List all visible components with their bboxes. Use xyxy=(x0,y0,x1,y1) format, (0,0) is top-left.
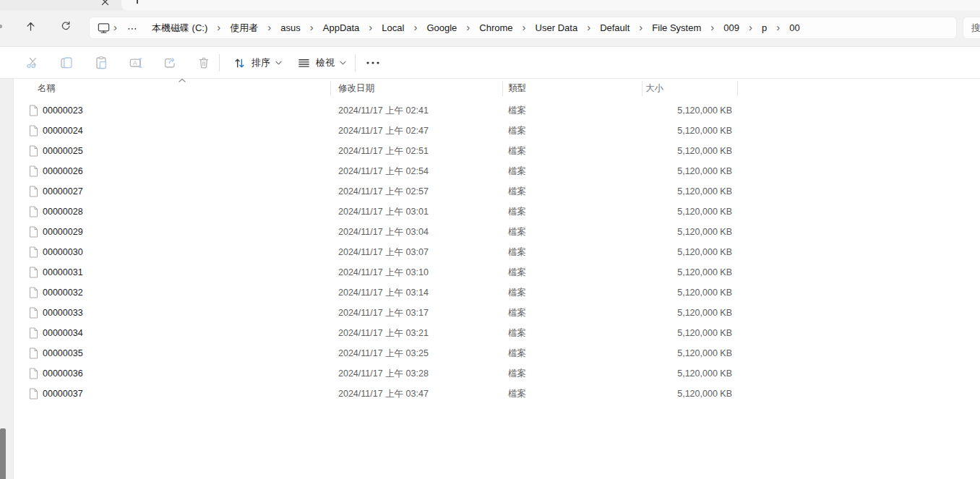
column-header-modified[interactable]: 修改日期 xyxy=(338,79,374,98)
breadcrumb-item[interactable]: 本機磁碟 (C:) xyxy=(145,20,214,37)
search-input[interactable]: 搜尋 xyxy=(963,17,980,39)
chevron-right-icon: › xyxy=(265,21,274,35)
file-row[interactable]: 00000025 2024/11/17 上午 02:51 檔案 5,120,00… xyxy=(14,141,980,161)
file-row[interactable]: 00000023 2024/11/17 上午 02:41 檔案 5,120,00… xyxy=(14,100,980,121)
paste-button[interactable] xyxy=(94,56,108,70)
column-header-type[interactable]: 類型 xyxy=(508,79,526,98)
delete-button[interactable] xyxy=(197,56,211,70)
file-modified-date: 2024/11/17 上午 03:21 xyxy=(338,323,429,343)
breadcrumb-item[interactable]: AppData xyxy=(317,20,366,35)
refresh-button[interactable] xyxy=(55,15,77,37)
file-icon xyxy=(29,287,38,298)
file-row[interactable]: 00000033 2024/11/17 上午 03:17 檔案 5,120,00… xyxy=(14,303,980,323)
file-explorer-window: › ⋯ 本機磁碟 (C:)›使用者›asus›AppData›Local›Goo… xyxy=(0,0,980,479)
file-type: 檔案 xyxy=(508,181,526,202)
breadcrumb-ellipsis[interactable]: ⋯ xyxy=(120,22,145,34)
breadcrumb-item[interactable]: 00 xyxy=(783,20,806,35)
file-size: 5,120,000 KB xyxy=(628,121,732,141)
arrow-up-icon xyxy=(25,20,37,33)
file-icon xyxy=(29,348,38,359)
view-button[interactable]: 檢視 xyxy=(293,53,351,73)
file-size: 5,120,000 KB xyxy=(628,141,732,161)
chevron-right-icon: › xyxy=(584,21,593,35)
file-size: 5,120,000 KB xyxy=(628,323,732,343)
file-name: 00000036 xyxy=(43,363,83,384)
file-size: 5,120,000 KB xyxy=(628,242,732,262)
toolbar-divider xyxy=(219,54,220,72)
copy-button[interactable] xyxy=(59,56,74,70)
file-row[interactable]: 00000026 2024/11/17 上午 02:54 檔案 5,120,00… xyxy=(14,161,980,181)
file-name: 00000023 xyxy=(43,100,83,121)
view-label: 檢視 xyxy=(316,56,335,69)
file-row[interactable]: 00000037 2024/11/17 上午 03:47 檔案 5,120,00… xyxy=(14,384,980,404)
file-name: 00000027 xyxy=(43,181,83,202)
file-icon xyxy=(29,327,38,339)
refresh-icon xyxy=(60,20,72,32)
file-icon xyxy=(29,368,38,379)
command-toolbar: A 排序 xyxy=(0,47,980,79)
file-modified-date: 2024/11/17 上午 03:17 xyxy=(338,303,429,323)
file-type: 檔案 xyxy=(508,343,526,363)
rename-button[interactable]: A xyxy=(129,56,143,70)
breadcrumb-item[interactable]: Default xyxy=(593,20,636,35)
file-row[interactable]: 00000035 2024/11/17 上午 03:25 檔案 5,120,00… xyxy=(14,343,980,363)
cut-button[interactable] xyxy=(25,56,40,70)
file-row[interactable]: 00000036 2024/11/17 上午 03:28 檔案 5,120,00… xyxy=(14,363,980,384)
view-icon xyxy=(297,56,311,70)
up-button[interactable] xyxy=(20,15,41,37)
file-name: 00000033 xyxy=(43,303,83,323)
chevron-right-icon: › xyxy=(214,21,223,35)
file-modified-date: 2024/11/17 上午 02:57 xyxy=(338,181,429,202)
file-modified-date: 2024/11/17 上午 03:47 xyxy=(338,384,429,404)
file-row[interactable]: 00000032 2024/11/17 上午 03:14 檔案 5,120,00… xyxy=(14,282,980,303)
breadcrumb-item[interactable]: 009 xyxy=(717,20,746,35)
file-icon xyxy=(29,388,38,400)
sort-icon xyxy=(233,56,246,70)
search-text: 搜尋 xyxy=(971,22,980,35)
navigation-bar: › ⋯ 本機磁碟 (C:)›使用者›asus›AppData›Local›Goo… xyxy=(0,10,980,47)
file-icon xyxy=(29,307,38,319)
file-type: 檔案 xyxy=(508,100,526,121)
new-tab-icon[interactable] xyxy=(137,0,138,4)
clipped-nav-icon xyxy=(0,25,2,28)
file-row[interactable]: 00000034 2024/11/17 上午 03:21 檔案 5,120,00… xyxy=(14,323,980,343)
chevron-right-icon: › xyxy=(746,21,755,35)
file-row[interactable]: 00000029 2024/11/17 上午 03:04 檔案 5,120,00… xyxy=(14,222,980,242)
breadcrumb-item[interactable]: asus xyxy=(274,20,306,35)
file-row[interactable]: 00000028 2024/11/17 上午 03:01 檔案 5,120,00… xyxy=(14,202,980,222)
breadcrumb-item[interactable]: p xyxy=(755,20,773,35)
sort-label: 排序 xyxy=(252,56,270,69)
column-header-size[interactable]: 大小 xyxy=(645,79,663,98)
file-modified-date: 2024/11/17 上午 03:07 xyxy=(338,242,429,262)
tab-bar xyxy=(0,0,980,10)
file-row[interactable]: 00000024 2024/11/17 上午 02:47 檔案 5,120,00… xyxy=(14,121,980,141)
file-type: 檔案 xyxy=(508,363,526,384)
file-icon xyxy=(29,267,38,278)
scrollbar-thumb[interactable] xyxy=(0,428,6,479)
active-tab[interactable] xyxy=(121,0,980,10)
file-icon xyxy=(29,186,38,197)
chevron-right-icon: › xyxy=(307,21,317,35)
file-name: 00000025 xyxy=(43,141,83,161)
file-row[interactable]: 00000030 2024/11/17 上午 03:07 檔案 5,120,00… xyxy=(14,242,980,262)
see-more-button[interactable] xyxy=(363,56,383,70)
file-icon xyxy=(29,226,38,238)
breadcrumb-item[interactable]: Google xyxy=(420,20,463,35)
file-row[interactable]: 00000031 2024/11/17 上午 03:10 檔案 5,120,00… xyxy=(14,262,980,282)
breadcrumb-item[interactable]: User Data xyxy=(529,20,585,35)
close-tab-icon[interactable] xyxy=(101,0,109,6)
sort-button[interactable]: 排序 xyxy=(228,53,286,73)
file-modified-date: 2024/11/17 上午 02:54 xyxy=(338,161,429,181)
breadcrumb: › ⋯ 本機磁碟 (C:)›使用者›asus›AppData›Local›Goo… xyxy=(111,20,807,37)
share-button[interactable] xyxy=(163,56,177,70)
column-header-name[interactable]: 名稱 xyxy=(38,79,56,98)
breadcrumb-item[interactable]: 使用者 xyxy=(223,20,265,37)
file-type: 檔案 xyxy=(508,303,526,323)
breadcrumb-item[interactable]: Local xyxy=(375,20,411,35)
address-bar[interactable]: › ⋯ 本機磁碟 (C:)›使用者›asus›AppData›Local›Goo… xyxy=(89,17,957,39)
file-size: 5,120,000 KB xyxy=(628,363,732,384)
file-row[interactable]: 00000027 2024/11/17 上午 02:57 檔案 5,120,00… xyxy=(14,181,980,202)
column-separator xyxy=(502,81,503,96)
breadcrumb-item[interactable]: Chrome xyxy=(473,20,519,35)
breadcrumb-item[interactable]: File System xyxy=(645,20,708,35)
